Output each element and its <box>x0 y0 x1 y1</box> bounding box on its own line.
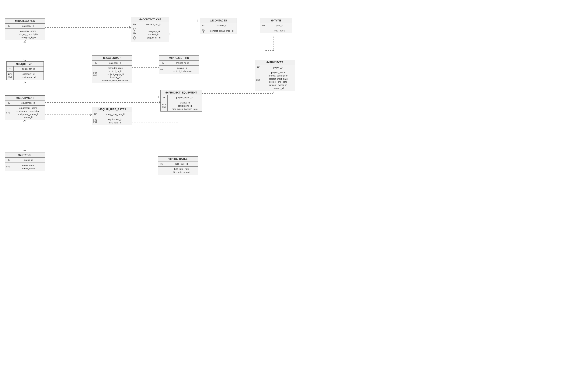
field-column: type_id <box>267 23 292 28</box>
field-column: contact_email_type_id <box>207 28 237 34</box>
key-column: PK <box>158 161 165 166</box>
entity-row: FK1 FK2category_idequipment_id <box>7 72 43 80</box>
entity-row: category_namecategory_descriptioncategor… <box>5 29 45 40</box>
key-column: PK <box>5 100 12 105</box>
entity-tblCATEGORIES: tblCATEGORIESPKcategory_idcategory_namec… <box>5 19 45 40</box>
field-name: project_hr_id <box>140 36 168 39</box>
entity-tblEQUIP_CAT: tblEQUIP_CATPKequip_cat_idFK1 FK2categor… <box>6 61 44 80</box>
key-column <box>5 29 12 40</box>
field-name: calendar_date_confirmed <box>100 79 130 82</box>
key-column: FK1 <box>255 70 262 91</box>
svg-line-15 <box>25 120 26 122</box>
entity-title: tblSTATUS <box>5 153 45 158</box>
entity-row: PKequipment_id <box>5 100 45 105</box>
entity-tblTYPE: tblTYPEPKtype_idtype_name <box>260 18 292 33</box>
field-name: contact_id <box>263 87 293 90</box>
key-column <box>158 167 165 175</box>
entity-title: tblEQUIPMENT <box>5 96 45 100</box>
svg-line-51 <box>90 113 92 115</box>
entity-row: PKcontact_cat_id <box>131 22 169 27</box>
entity-row: FK1project_nameproject_descriptionprojec… <box>255 70 295 91</box>
field-name: equipment_name <box>13 106 43 110</box>
entity-tblCONTACTS: tblCONTACTSPKcontact_idFK 1contact_email… <box>200 18 237 34</box>
field-name: project_equip_id <box>100 73 130 76</box>
entity-row: FK 1 FK 2 FK 3category_idcontact_idproje… <box>131 27 169 42</box>
field-name: project_id <box>263 66 293 69</box>
field-name: equip_cat_id <box>15 67 42 70</box>
entity-row: FK1 FK2calendar_dateproject_hr_idproject… <box>92 66 132 83</box>
entity-row: FK 1contact_email_type_id <box>200 28 237 34</box>
field-name: equipment_status_id <box>13 113 43 116</box>
relationship-line <box>169 34 176 55</box>
key-column: FK1 <box>159 66 166 74</box>
svg-line-1 <box>129 26 131 28</box>
field-name: project_description <box>263 74 293 77</box>
field-column: equip_cat_id <box>14 66 43 71</box>
field-name: category_id <box>15 72 42 76</box>
key-column: FK1 <box>5 163 12 171</box>
field-name: proj_equip_booking_rate <box>169 107 201 111</box>
field-name: equipment_id <box>13 101 43 105</box>
field-name: equipment_id <box>15 76 42 79</box>
svg-line-2 <box>129 28 131 29</box>
entity-tblHIRE_RATES: tblHIRE_RATESPKhire_rate_idhire_rate_rat… <box>158 156 198 175</box>
entity-row: type_name <box>260 28 292 33</box>
field-column: project_nameproject_descriptionproject_s… <box>262 70 295 91</box>
entity-title: tblPROJECTS <box>255 60 295 65</box>
entity-row: PKcontact_id <box>200 23 237 28</box>
field-name: hire_rate_id <box>100 121 130 124</box>
entity-row: PKcalendar_id <box>92 61 132 66</box>
key-column: FK1 FK2 <box>92 66 99 83</box>
entity-row: FK1equipment_nameequipment_descriptioneq… <box>5 105 45 120</box>
field-column: equipment_idhire_rate_id <box>99 117 132 125</box>
field-name: project_start_date <box>263 77 293 81</box>
field-column: hire_rate_id <box>165 161 198 166</box>
svg-line-52 <box>90 115 92 116</box>
entity-row: FK1 FK2equipment_idhire_rate_id <box>92 117 132 125</box>
field-column: calendar_dateproject_hr_idproject_equip_… <box>99 66 132 83</box>
entity-tblSTATUS: tblSTATUSPKstatus_idFK1status_namestatus… <box>5 153 45 171</box>
field-column: contact_id <box>207 23 237 28</box>
field-column: contact_cat_id <box>138 22 169 27</box>
field-name: equip_hire_rate_id <box>100 113 130 116</box>
field-name: project_equip_id <box>169 96 201 99</box>
field-name: status_id <box>13 116 43 119</box>
relationship-line <box>132 123 178 156</box>
entity-row: PKequip_cat_id <box>7 66 43 72</box>
field-name: status_notes <box>13 167 43 170</box>
field-column: category_namecategory_descriptioncategor… <box>12 29 45 40</box>
key-column: FK1 FK2 <box>161 100 168 112</box>
svg-line-7 <box>25 60 26 61</box>
field-name: status_name <box>13 164 43 167</box>
field-column: project_id <box>262 65 295 70</box>
field-name: project_testimonial <box>167 70 197 73</box>
key-column: PK <box>200 23 207 28</box>
field-name: calendar_date <box>100 66 130 70</box>
field-name: project_hr_id <box>100 70 130 73</box>
entity-row: FK1status_namestatus_notes <box>5 163 45 171</box>
field-name: project_id <box>169 101 201 104</box>
key-column: FK 1 FK 2 FK 3 <box>131 27 138 42</box>
key-column: PK <box>7 66 14 71</box>
svg-line-14 <box>24 120 25 122</box>
field-column: type_name <box>267 28 292 33</box>
entity-row: PKequip_hire_rate_id <box>92 112 132 117</box>
entity-tblCALENDAR: tblCALENDARPKcalendar_idFK1 FK2calendar_… <box>92 56 132 83</box>
svg-line-6 <box>24 60 25 61</box>
field-name: type_id <box>269 24 291 27</box>
field-name: category_name <box>13 29 43 33</box>
field-name: hire_rate_period <box>166 171 197 174</box>
entity-tblEQUIP_HIRE_RATES: tblEQUIP_HIRE_RATESPKequip_hire_rate_idF… <box>92 107 132 125</box>
field-column: category_idcontact_idproject_hr_id <box>138 27 169 42</box>
field-name: contact_email_type_id <box>208 29 235 33</box>
key-column <box>260 28 267 33</box>
field-column: category_idequipment_id <box>14 72 43 80</box>
key-column: PK <box>131 22 138 27</box>
key-column: PK <box>161 95 168 100</box>
field-name: hire_rate_rate <box>166 168 197 171</box>
key-column: PK <box>92 112 99 117</box>
entity-row: PKproject_id <box>255 65 295 70</box>
entity-title: tblHIRE_RATES <box>158 157 198 161</box>
entity-row: FK1project_idproject_testimonial <box>159 66 199 74</box>
field-column: project_idproject_testimonial <box>166 66 199 74</box>
